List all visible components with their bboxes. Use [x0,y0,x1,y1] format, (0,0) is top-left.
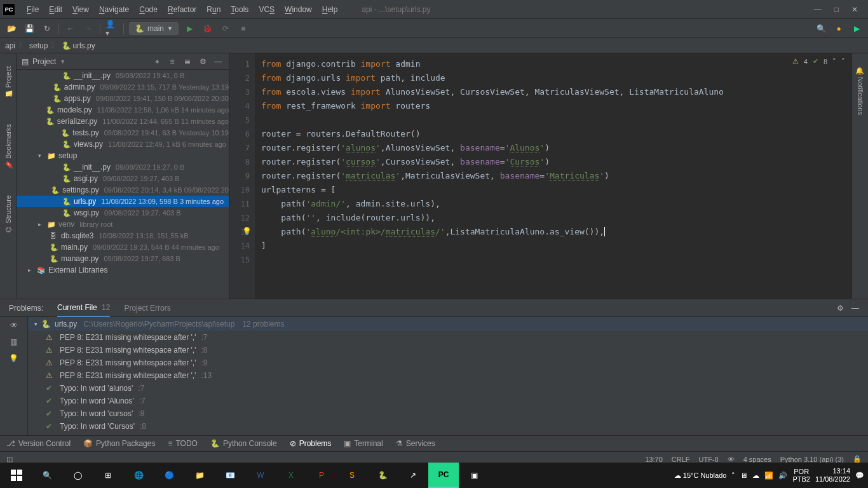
project-tool-button[interactable]: 📁Project [4,66,12,98]
readonly-icon[interactable]: 👁 [728,456,735,463]
forward-icon[interactable]: → [82,22,95,35]
menu-window[interactable]: Window [280,5,317,14]
search-button[interactable]: 🔍 [32,463,62,488]
tab-project-errors[interactable]: Project Errors [124,300,170,316]
gear-icon[interactable]: ⚙ [837,304,844,313]
user-icon[interactable]: 👤▾ [105,22,118,35]
explorer-icon[interactable]: 📁 [184,463,215,488]
breadcrumb-item[interactable]: urls.py [72,41,95,50]
inspections-widget[interactable]: ⚠4 ✔8 ˄ ˅ [792,57,845,65]
close-button[interactable]: ✕ [851,5,858,14]
menu-view[interactable]: View [67,5,94,14]
bookmarks-tool-button[interactable]: 🔖Bookmarks [4,124,12,170]
app-icon[interactable]: ↗ [398,463,428,488]
stop-icon[interactable]: ■ [237,22,250,35]
services-button[interactable]: ⚗ Services [396,439,435,448]
word-icon[interactable]: W [245,463,276,488]
excel-icon[interactable]: X [276,463,306,488]
menu-tools[interactable]: Tools [226,5,254,14]
menu-code[interactable]: Code [134,5,163,14]
structure-tool-button[interactable]: ⌬Structure [4,195,12,233]
tree-item[interactable]: 🐍views.py11/08/2022 12:49, 1 kB 6 minute… [17,139,229,150]
notifications-icon[interactable]: 💬 [855,471,864,480]
menu-navigate[interactable]: Navigate [94,5,134,14]
problem-item[interactable]: ⚠PEP 8: E231 missing whitespace after ',… [28,369,868,382]
hide-icon[interactable]: — [212,57,224,66]
volume-icon[interactable]: 🔊 [778,471,787,480]
problem-item[interactable]: ⚠PEP 8: E231 missing whitespace after ',… [28,356,868,369]
todo-button[interactable]: ≡ TODO [168,439,197,448]
minimize-button[interactable]: — [814,5,822,14]
notifications-tool-button[interactable]: 🔔Notifications [856,66,864,115]
line-separator[interactable]: CRLF [672,456,690,463]
search-icon[interactable]: 🔍 [815,22,827,35]
filter-icon[interactable]: ▥ [10,337,17,346]
start-button[interactable] [1,463,32,488]
menu-help[interactable]: Help [317,5,343,14]
reload-icon[interactable]: ↻ [41,22,53,35]
run-icon[interactable]: ▶ [184,22,196,35]
save-icon[interactable]: 💾 [23,22,36,35]
collapse-all-icon[interactable]: ≣ [182,57,193,66]
debug-icon[interactable]: 🐞 [201,22,214,35]
clock[interactable]: 13:14 11/08/2022 [815,467,850,484]
problems-file-header[interactable]: ▾ 🐍 urls.py C:\Users\Rogério\PycharmProj… [28,317,868,331]
expand-all-icon[interactable]: ≡ [166,57,178,66]
problem-item[interactable]: ⚠PEP 8: E231 missing whitespace after ',… [28,331,868,344]
tab-current-file[interactable]: Current File 12 [57,299,110,317]
powerpoint-icon[interactable]: P [306,463,337,488]
menu-refactor[interactable]: Refactor [163,5,201,14]
tree-item[interactable]: 🐍apps.py09/08/2022 19:41, 150 B 09/08/20… [17,93,229,104]
chevron-up-icon[interactable]: ˄ [832,57,836,65]
tree-item[interactable]: 🐍asgi.py09/08/2022 19:27, 403 B [17,173,229,184]
open-icon[interactable]: 📂 [5,22,18,35]
project-tree[interactable]: 🐍__init__.py09/08/2022 19:41, 0 B🐍admin.… [17,70,229,299]
tree-item[interactable]: 🗄db.sqlite310/08/2022 13:18, 151,55 kB [17,230,229,241]
hide-icon[interactable]: — [851,304,859,313]
sublime-icon[interactable]: S [337,463,367,488]
encoding[interactable]: UTF-8 [699,456,719,463]
keyboard-layout[interactable]: PTB2 [792,475,810,483]
chevron-down-icon[interactable]: ˅ [841,57,845,65]
tree-item[interactable]: ▸📁venvlibrary root [17,219,229,230]
task-view-button[interactable]: ⊞ [93,463,123,488]
cloud-icon[interactable]: ● [832,22,845,35]
menu-vcs[interactable]: VCS [254,5,280,14]
cursor-position[interactable]: 13:70 [645,456,663,463]
maximize-button[interactable]: □ [834,5,839,14]
interpreter[interactable]: Python 3.10 (api) (3) [780,456,844,463]
wifi-icon[interactable]: 📶 [764,471,773,480]
menu-file[interactable]: File [22,5,44,14]
problem-item[interactable]: ✔Typo: In word 'Alunos' :7 [28,395,868,407]
tree-item[interactable]: ▸📚External Libraries [17,264,229,276]
tree-item[interactable]: 🐍manage.py09/08/2022 19:27, 683 B [17,253,229,264]
chevron-down-icon[interactable]: ▼ [60,58,65,65]
weather-widget[interactable]: ☁ 15°C Nublado [674,471,727,480]
tree-item[interactable]: 🐍tests.py09/08/2022 19:41, 63 B Yesterda… [17,127,229,139]
terminal-button[interactable]: ▣ Terminal [344,439,383,448]
tree-item[interactable]: 🐍settings.py09/08/2022 20:14, 3,4 kB 09/… [17,184,229,196]
problem-item[interactable]: ✔Typo: In word 'alunos' :7 [28,382,868,395]
pycharm-icon[interactable]: PC [428,463,459,488]
tree-item[interactable]: 🐍serializer.py11/08/2022 12:44, 655 B 11… [17,116,229,127]
menu-edit[interactable]: Edit [44,5,67,14]
coverage-icon[interactable]: ⟳ [219,22,232,35]
chrome-icon[interactable]: 🌐 [123,463,154,488]
code-area[interactable]: 💡 from django.contrib import admin from … [255,53,851,299]
problems-list[interactable]: ▾ 🐍 urls.py C:\Users\Rogério\PycharmProj… [28,317,868,435]
tree-item[interactable]: 🐍wsgi.py09/08/2022 19:27, 403 B [17,207,229,219]
gear-icon[interactable]: ⚙ [197,57,208,66]
problem-item[interactable]: ✔Typo: In word 'cursos' :8 [28,407,868,420]
outlook-icon[interactable]: 📧 [215,463,245,488]
tree-item[interactable]: 🐍main.py09/08/2022 19:23, 544 B 44 minut… [17,241,229,253]
python-icon[interactable]: 🐍 [367,463,398,488]
eye-icon[interactable]: 👁 [10,321,18,330]
python-packages-button[interactable]: 📦 Python Packages [83,439,155,448]
version-control-button[interactable]: ⎇ Version Control [6,439,71,448]
onedrive-icon[interactable]: ☁ [752,471,759,480]
breadcrumb-item[interactable]: api [5,41,15,50]
run-config-selector[interactable]: 🐍 main ▼ [129,22,179,35]
tree-item[interactable]: 🐍models.py11/08/2022 12:58, 1,06 kB 14 m… [17,104,229,116]
python-console-button[interactable]: 🐍 Python Console [210,439,277,448]
indent[interactable]: 4 spaces [743,456,771,463]
